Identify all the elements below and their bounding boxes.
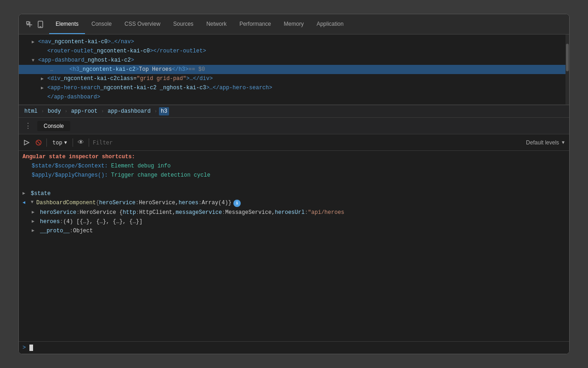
- apply-changes-label: $apply/$applyChanges():: [32, 172, 108, 178]
- breadcrumb-app-root[interactable]: app-root: [69, 107, 100, 115]
- clear-icon[interactable]: [34, 138, 43, 147]
- console-output[interactable]: Angular state inspector shortcuts: $stat…: [19, 151, 569, 341]
- dom-line[interactable]: <app-hero-search _ngcontent-kai-c2 _ngho…: [19, 83, 569, 92]
- prompt-cursor: [29, 345, 33, 351]
- default-levels-dropdown[interactable]: Default levels ▼: [526, 139, 565, 146]
- console-toolbar: top ▼ 👁 Default levels ▼: [19, 134, 569, 151]
- context-selector[interactable]: top ▼: [51, 138, 69, 147]
- state-scope-label: $state/$scope/$context:: [32, 163, 108, 169]
- breadcrumb-body[interactable]: body: [46, 107, 63, 115]
- console-panel: ⋮ Console top: [19, 118, 569, 354]
- dom-line[interactable]: <router-outlet _ngcontent-kai-c0 ></rout…: [19, 46, 569, 56]
- console-state-line[interactable]: ▶ > $state: [19, 190, 569, 199]
- toolbar-separator-3: [89, 138, 89, 147]
- console-heroes-line[interactable]: ▶ heroes : (4) [{…}, {…}, {…}, {…}]: [19, 218, 569, 227]
- tab-elements[interactable]: Elements: [49, 14, 85, 34]
- filter-input[interactable]: [93, 139, 522, 146]
- info-badge[interactable]: i: [233, 200, 241, 207]
- console-line: $state/$scope/$context: Element debug in…: [19, 162, 569, 171]
- tab-bar: Elements Console CSS Overview Sources Ne…: [19, 14, 569, 34]
- tab-application[interactable]: Application: [310, 14, 350, 34]
- toolbar-separator-2: [73, 138, 73, 147]
- dashboard-component-name: DashboardComponent: [36, 200, 96, 206]
- dom-tree: <nav _ngcontent-kai-c0 >…</nav> <router-…: [19, 34, 569, 105]
- down-triangle[interactable]: ▼: [31, 200, 34, 205]
- triangle-icon[interactable]: [41, 76, 46, 81]
- mobile-icon[interactable]: [36, 20, 45, 29]
- svg-rect-0: [27, 22, 29, 24]
- tab-network[interactable]: Network: [200, 14, 233, 34]
- svg-line-7: [37, 141, 40, 144]
- dom-line-selected[interactable]: … <h3 _ngcontent-kai-c2 > Top Heroes </h…: [19, 65, 569, 74]
- prompt-arrow-icon: >: [23, 345, 26, 351]
- tab-bar-icons: [21, 14, 49, 34]
- dom-line[interactable]: </app-dashboard>: [19, 92, 569, 102]
- console-prompt[interactable]: >: [19, 341, 569, 354]
- execute-icon[interactable]: [23, 138, 31, 147]
- inspect-icon[interactable]: [25, 20, 34, 29]
- triangle-icon[interactable]: [32, 58, 37, 63]
- triangle-icon[interactable]: [32, 39, 37, 45]
- console-tab-button[interactable]: Console: [37, 121, 70, 131]
- console-dashboard-line[interactable]: ◀ ▼ DashboardComponent { heroService : H…: [19, 199, 569, 208]
- back-arrow[interactable]: ◀: [23, 200, 28, 205]
- breadcrumb-html[interactable]: html: [23, 107, 40, 115]
- toolbar-separator: [46, 138, 47, 147]
- console-proto-line[interactable]: ▶ __proto__ : Object: [19, 227, 569, 236]
- console-header: ⋮ Console: [19, 118, 569, 134]
- dom-scrollbar-thumb: [566, 44, 569, 71]
- devtools-window: Elements Console CSS Overview Sources Ne…: [18, 14, 570, 354]
- dom-line[interactable]: <nav _ngcontent-kai-c0 >…</nav>: [19, 37, 569, 46]
- dom-line[interactable]: <div _ngcontent-kai-c2 class="grid grid-…: [19, 74, 569, 83]
- expand-arrow[interactable]: ▶: [32, 209, 37, 215]
- expand-arrow[interactable]: ▶: [32, 218, 37, 224]
- apply-changes-desc: Trigger change detection cycle: [111, 172, 210, 178]
- svg-marker-5: [24, 140, 29, 145]
- tab-sources[interactable]: Sources: [167, 14, 200, 34]
- tab-memory[interactable]: Memory: [277, 14, 310, 34]
- breadcrumb-app-dashboard[interactable]: app-dashboard: [106, 107, 153, 115]
- angular-shortcuts-title: Angular state inspector shortcuts:: [23, 154, 135, 160]
- elements-panel: <nav _ngcontent-kai-c0 >…</nav> <router-…: [19, 34, 569, 354]
- tab-performance[interactable]: Performance: [233, 14, 277, 34]
- eye-icon[interactable]: 👁: [77, 138, 85, 147]
- tab-console[interactable]: Console: [85, 14, 118, 34]
- console-hero-service-line[interactable]: ▶ heroService : HeroService { http : Htt…: [19, 208, 569, 218]
- dom-line[interactable]: <app-dashboard _nghost-kai-c2 >: [19, 56, 569, 65]
- expand-arrow[interactable]: ▶: [32, 228, 37, 233]
- state-scope-desc: Element debug info: [111, 163, 171, 169]
- dom-scrollbar[interactable]: [565, 34, 569, 104]
- triangle-icon[interactable]: [41, 85, 46, 91]
- console-line: Angular state inspector shortcuts:: [19, 153, 569, 162]
- breadcrumb-h3[interactable]: h3: [159, 107, 169, 115]
- console-menu-icon[interactable]: ⋮: [23, 121, 34, 132]
- state-text: $state: [31, 190, 51, 197]
- expand-arrow[interactable]: ▶: [23, 190, 28, 196]
- dots-indicator: …: [50, 67, 59, 72]
- empty-line: [19, 180, 569, 190]
- breadcrumb-bar: html › body › app-root › app-dashboard ›…: [19, 105, 569, 118]
- console-line: $apply/$applyChanges(): Trigger change d…: [19, 171, 569, 180]
- tab-css-overview[interactable]: CSS Overview: [118, 14, 167, 34]
